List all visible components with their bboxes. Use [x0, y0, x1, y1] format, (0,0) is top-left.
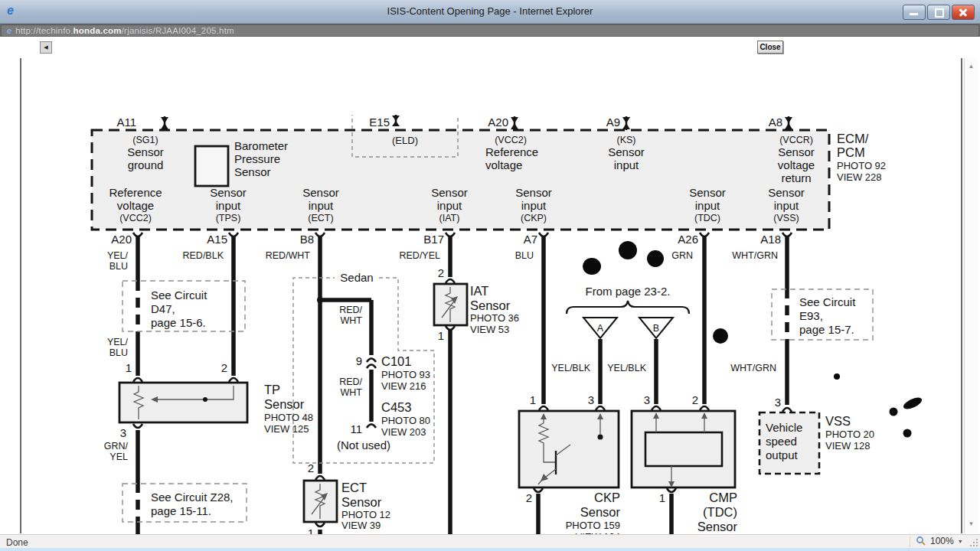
maximize-button[interactable] [927, 5, 950, 20]
ckp-pin1: 1 [530, 393, 536, 406]
maximize-icon [935, 8, 944, 18]
pin-label-a18: A18 [760, 233, 781, 246]
eld-label: (ELD) [392, 135, 418, 146]
diagram-area: A11 E15 A20 A9 A8 (ELD) (SG1) Sensor gro… [0, 57, 980, 534]
c453-name: C453 [381, 400, 411, 414]
svg-text:return: return [781, 171, 811, 184]
vss-view-link[interactable]: VIEW 128 [825, 440, 871, 452]
svg-text:YEL: YEL [109, 452, 128, 462]
svg-text:(CKP): (CKP) [521, 213, 547, 223]
svg-text:GRN/: GRN/ [104, 441, 129, 452]
pin-label-a15: A15 [207, 233, 227, 246]
vccr-label: (VCCR) [779, 135, 813, 145]
svg-text:Sensor: Sensor [470, 298, 511, 312]
svg-text:Pressure: Pressure [234, 152, 280, 165]
ecm-name: ECM/ [837, 132, 869, 145]
tp-photo-link[interactable]: PHOTO 48 [264, 412, 313, 423]
ecm-view-link[interactable]: VIEW 228 [837, 171, 882, 183]
svg-text:WHT/GRN: WHT/GRN [732, 250, 778, 261]
svg-text:speed: speed [766, 435, 797, 448]
vertical-scrollbar[interactable]: ▲ ▼ [964, 58, 978, 533]
vss-photo-link[interactable]: PHOTO 20 [825, 429, 874, 440]
ks-label: (KS) [617, 135, 636, 145]
svg-text:(IAT): (IAT) [439, 213, 460, 223]
zoom-control[interactable]: 100% ▼ [916, 536, 963, 546]
svg-text:page 15-11.: page 15-11. [151, 504, 211, 517]
ect-photo-link[interactable]: PHOTO 12 [341, 509, 390, 520]
svg-text:Sensor: Sensor [515, 186, 552, 199]
resize-grip[interactable] [976, 545, 978, 546]
triangle-b-label: B [653, 323, 659, 334]
sg1-label: (SG1) [132, 135, 158, 145]
svg-text:Sensor: Sensor [264, 397, 305, 411]
pin-label-a20-top: A20 [488, 116, 508, 129]
ckp-sensor-box [519, 411, 619, 487]
ckp-photo-link[interactable]: PHOTO 159 [566, 520, 620, 531]
status-separator [910, 536, 910, 547]
vss-box-label: Vehicle [766, 421, 802, 434]
vss-pin3: 3 [775, 396, 781, 409]
sedan-label: Sedan [340, 271, 373, 284]
address-bar: e http://techinfo.honda.com/rjanisis/RJA… [0, 24, 980, 37]
tp-pin3: 3 [120, 426, 126, 439]
svg-text:BLU: BLU [109, 261, 128, 272]
svg-text:RED/BLK: RED/BLK [183, 250, 224, 261]
svg-text:voltage: voltage [485, 158, 522, 171]
svg-text:BLU: BLU [515, 250, 534, 261]
svg-text:Sensor: Sensor [768, 186, 805, 199]
svg-text:Sensor: Sensor [127, 145, 164, 158]
window-bottom-edge [0, 548, 980, 551]
ecm-photo-link[interactable]: PHOTO 92 [837, 160, 886, 171]
scroll-up-icon[interactable]: ▲ [965, 63, 978, 70]
svg-text:RED/: RED/ [339, 305, 362, 315]
c453-photo-link[interactable]: PHOTO 80 [381, 415, 430, 426]
c101-photo-link[interactable]: PHOTO 93 [381, 369, 430, 380]
svg-text:input: input [216, 199, 241, 212]
svg-text:Sensor: Sensor [234, 165, 271, 178]
svg-text:WHT: WHT [341, 315, 363, 326]
svg-text:Sensor: Sensor [341, 495, 382, 509]
close-button[interactable]: Close [757, 41, 783, 54]
cmp-pin3: 3 [644, 393, 650, 406]
close-window-button[interactable] [952, 5, 975, 20]
iat-view-link[interactable]: VIEW 53 [470, 324, 509, 335]
pin-label-a26: A26 [678, 233, 698, 246]
ie-page-icon: e [7, 26, 11, 35]
svg-text:Reference: Reference [109, 186, 162, 199]
svg-text:input: input [695, 199, 720, 212]
svg-text:BLU: BLU [109, 347, 128, 358]
window-title: ISIS-Content Opening Page - Internet Exp… [0, 5, 980, 17]
ect-view-link[interactable]: VIEW 39 [341, 520, 381, 531]
barometer-sensor-box [195, 146, 228, 186]
iat-photo-link[interactable]: PHOTO 36 [470, 312, 519, 324]
barometer-label: Barometer [234, 139, 288, 152]
tp-view-link[interactable]: VIEW 125 [264, 423, 309, 435]
svg-text:YEL/BLK: YEL/BLK [607, 363, 646, 373]
frame-border-right [961, 58, 962, 533]
iat-name: IAT [470, 284, 488, 298]
pin-label-a7: A7 [524, 233, 537, 246]
c101-pin: 9 [356, 354, 362, 367]
tp-pin2: 2 [221, 361, 227, 374]
svg-text:(VCC2): (VCC2) [119, 213, 152, 223]
junction-dot [317, 297, 323, 303]
ect-pin2: 2 [308, 461, 314, 474]
url-text: http://techinfo.honda.com/rjanisis/RJAAI… [15, 26, 234, 35]
title-bar[interactable]: e ISIS-Content Opening Page - Internet E… [0, 0, 980, 24]
svg-text:input: input [309, 199, 334, 212]
svg-text:Sensor: Sensor [697, 520, 738, 533]
minimize-icon [910, 13, 918, 15]
c101-view-link[interactable]: VIEW 216 [381, 380, 426, 392]
minimize-button[interactable] [903, 5, 926, 20]
back-button[interactable]: ◀ [40, 41, 52, 54]
svg-text:Sensor: Sensor [778, 145, 815, 158]
svg-text:input: input [614, 158, 639, 171]
c453-view-link[interactable]: VIEW 203 [381, 426, 426, 438]
scroll-down-icon[interactable]: ▼ [965, 520, 978, 527]
svg-text:(TDC): (TDC) [694, 213, 720, 223]
pin-label-e15: E15 [369, 116, 390, 129]
cmp-pin1: 1 [659, 491, 665, 504]
frame-border-left [20, 58, 21, 533]
svg-text:output: output [766, 448, 799, 461]
url-field[interactable]: e http://techinfo.honda.com/rjanisis/RJA… [2, 24, 978, 36]
